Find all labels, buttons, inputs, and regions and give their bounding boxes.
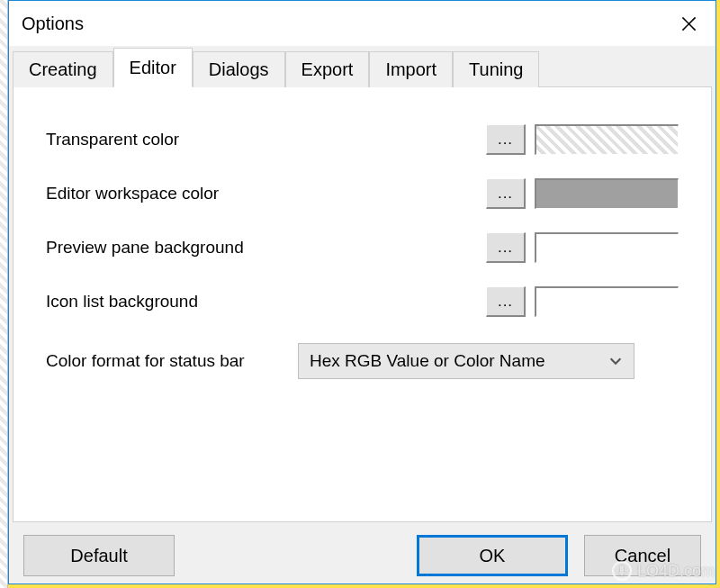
- swatch-iconlist-bg[interactable]: [535, 286, 679, 317]
- label-workspace-color: Editor workspace color: [46, 184, 486, 204]
- row-preview-bg: Preview pane background ...: [46, 221, 679, 275]
- left-decor-stripe: [0, 0, 8, 588]
- label-transparent-color: Transparent color: [46, 130, 486, 149]
- tab-dialogs[interactable]: Dialogs: [193, 51, 285, 87]
- default-button[interactable]: Default: [23, 535, 175, 576]
- ok-button[interactable]: OK: [417, 535, 568, 576]
- tab-tuning[interactable]: Tuning: [453, 51, 539, 87]
- pick-workspace-color-button[interactable]: ...: [486, 178, 526, 209]
- swatch-transparent-color[interactable]: [535, 124, 679, 155]
- tab-creating[interactable]: Creating: [13, 51, 113, 87]
- label-iconlist-bg: Icon list background: [46, 292, 486, 312]
- swatch-workspace-color[interactable]: [535, 178, 679, 209]
- window-title: Options: [22, 14, 84, 34]
- row-color-format: Color format for status bar Hex RGB Valu…: [46, 329, 679, 394]
- client-area: Creating Editor Dialogs Export Import Tu…: [9, 46, 716, 583]
- row-workspace-color: Editor workspace color ...: [46, 167, 679, 221]
- titlebar: Options: [9, 1, 716, 46]
- pick-preview-bg-button[interactable]: ...: [486, 232, 526, 263]
- swatch-preview-bg[interactable]: [535, 232, 679, 263]
- close-icon: [681, 16, 697, 32]
- options-dialog: Options Creating Editor Dialogs Export I…: [8, 0, 716, 584]
- label-color-format: Color format for status bar: [46, 351, 298, 371]
- color-format-value: Hex RGB Value or Color Name: [310, 351, 545, 371]
- row-iconlist-bg: Icon list background ...: [46, 275, 679, 329]
- cancel-button[interactable]: Cancel: [584, 535, 701, 576]
- pick-transparent-color-button[interactable]: ...: [486, 124, 526, 155]
- dialog-footer: Default OK Cancel: [9, 528, 716, 583]
- tab-export[interactable]: Export: [285, 51, 370, 87]
- color-format-combobox[interactable]: Hex RGB Value or Color Name: [298, 343, 634, 379]
- tab-import[interactable]: Import: [369, 51, 453, 87]
- label-preview-bg: Preview pane background: [46, 238, 486, 258]
- tabstrip: Creating Editor Dialogs Export Import Tu…: [9, 47, 716, 86]
- editor-tabpanel: Transparent color ... Editor workspace c…: [13, 86, 712, 522]
- chevron-down-icon: [608, 354, 623, 368]
- pick-iconlist-bg-button[interactable]: ...: [486, 286, 526, 317]
- close-button[interactable]: [662, 1, 716, 46]
- row-transparent-color: Transparent color ...: [46, 113, 679, 167]
- tab-editor[interactable]: Editor: [113, 48, 193, 87]
